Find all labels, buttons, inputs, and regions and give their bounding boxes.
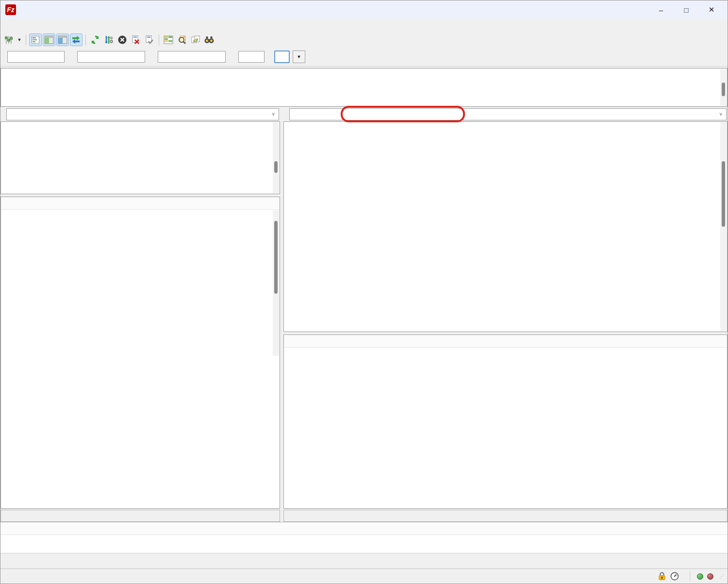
- quickconnect-dropdown-icon[interactable]: ▼: [293, 50, 305, 63]
- queue-body: [0, 535, 728, 553]
- maximize-button[interactable]: □: [682, 6, 691, 14]
- toggle-local-tree-icon[interactable]: [43, 33, 55, 46]
- remote-list-header: [284, 335, 727, 348]
- remote-panel: ˅: [283, 107, 728, 522]
- remote-file-list: [283, 334, 728, 509]
- minimize-button[interactable]: –: [657, 6, 665, 14]
- site-manager-dropdown-icon[interactable]: ▼: [16, 33, 23, 46]
- queue-tabs: [0, 553, 728, 568]
- local-directory-tree: [0, 121, 280, 194]
- lock-icon: [658, 572, 666, 581]
- quickconnect-bar: ▼: [0, 47, 728, 67]
- chevron-down-icon[interactable]: ˅: [719, 112, 722, 117]
- synchronized-browsing-icon[interactable]: [189, 33, 202, 46]
- transfer-settings-icon[interactable]: [102, 33, 115, 46]
- toggle-message-log-icon[interactable]: [29, 33, 42, 46]
- toggle-transfer-queue-icon[interactable]: [70, 33, 83, 46]
- panel-splitter[interactable]: [280, 107, 283, 522]
- directory-comparison-icon[interactable]: [162, 33, 175, 46]
- status-bar: ⋰: [0, 568, 728, 584]
- message-log: [0, 68, 728, 107]
- filezilla-window: Fz – □ ✕ ▼: [0, 0, 728, 584]
- disconnect-icon[interactable]: [130, 33, 142, 46]
- local-tree-scrollbar[interactable]: [273, 122, 279, 193]
- local-path-combobox[interactable]: ˅: [6, 108, 279, 120]
- username-input[interactable]: [77, 51, 145, 63]
- refresh-icon[interactable]: [89, 33, 101, 46]
- local-status-text: [0, 510, 280, 522]
- find-files-icon[interactable]: [203, 33, 215, 46]
- remote-path-combobox[interactable]: ˅: [289, 108, 727, 120]
- close-button[interactable]: ✕: [707, 5, 716, 14]
- toolbar-separator: [85, 34, 86, 45]
- speed-limit-gauge-icon[interactable]: [670, 572, 679, 581]
- local-file-list: [0, 197, 280, 509]
- toggle-remote-tree-icon[interactable]: [56, 33, 69, 46]
- queue-ok-indicator-icon: [697, 573, 703, 580]
- menu-bar: [0, 19, 728, 32]
- filezilla-logo-icon: Fz: [5, 4, 16, 15]
- password-input[interactable]: [158, 51, 226, 63]
- quickconnect-button[interactable]: [274, 50, 290, 63]
- title-bar: Fz – □ ✕: [0, 0, 728, 19]
- log-scrollbar[interactable]: [720, 69, 727, 106]
- queue-header: [0, 522, 728, 535]
- resize-grip[interactable]: ⋰: [719, 574, 725, 579]
- local-list-scrollbar[interactable]: [273, 210, 279, 356]
- host-input[interactable]: [7, 51, 65, 63]
- remote-tree-scrollbar[interactable]: [720, 122, 727, 331]
- toolbar-separator: [159, 34, 159, 45]
- reconnect-icon[interactable]: [143, 33, 156, 46]
- chevron-down-icon[interactable]: ˅: [272, 112, 275, 117]
- toolbar: ▼: [0, 32, 728, 47]
- cancel-operation-icon[interactable]: [116, 33, 129, 46]
- site-manager-icon[interactable]: [2, 33, 15, 46]
- transfer-queue: [0, 522, 728, 553]
- statusbar-separator: [690, 571, 690, 581]
- filename-search-icon[interactable]: [176, 33, 188, 46]
- queue-error-indicator-icon: [707, 573, 713, 580]
- remote-status-text: [283, 510, 728, 522]
- local-panel: ˅: [0, 107, 280, 522]
- toolbar-separator: [26, 34, 26, 45]
- local-list-header: [1, 197, 280, 210]
- remote-directory-tree: [283, 121, 728, 332]
- port-input[interactable]: [238, 51, 265, 63]
